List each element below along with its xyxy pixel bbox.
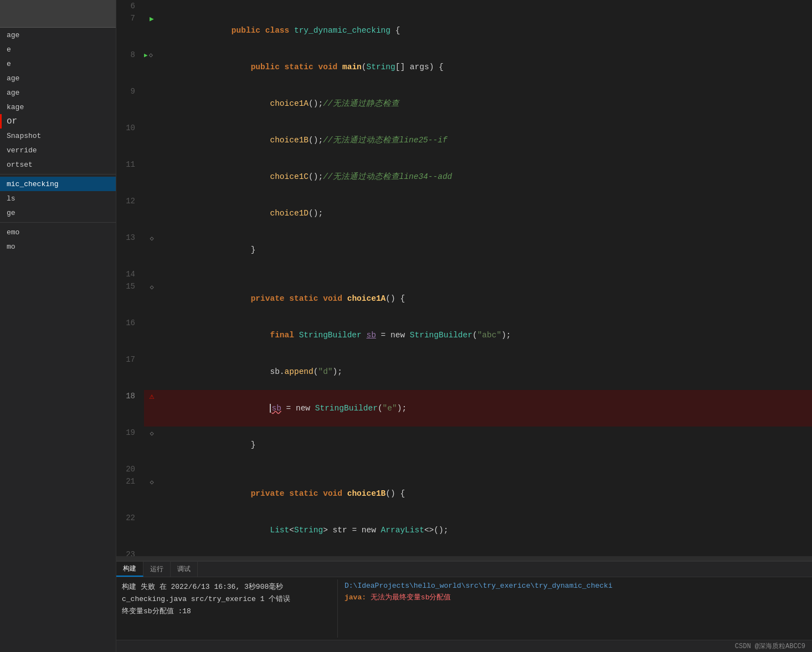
tab-build[interactable]: 构建 bbox=[116, 562, 143, 577]
bottom-tabs: 构建 运行 调试 bbox=[116, 562, 812, 577]
sidebar-item-e1[interactable]: e bbox=[0, 42, 116, 57]
sidebar-label: verride bbox=[7, 146, 37, 155]
sidebar-label: kage bbox=[7, 103, 24, 111]
sidebar-item-verride[interactable]: verride bbox=[0, 143, 116, 157]
line-number: 20 bbox=[116, 463, 144, 475]
line-number: 8 bbox=[116, 49, 144, 85]
gutter-cell bbox=[144, 122, 160, 158]
error-label: java: bbox=[345, 593, 366, 602]
run-icon[interactable]: ▶ bbox=[144, 49, 148, 61]
table-row: 12 choice1D(); bbox=[116, 195, 812, 232]
sidebar-item-mo[interactable]: mo bbox=[0, 239, 116, 254]
sidebar-item-ortset[interactable]: ortset bbox=[0, 157, 116, 172]
gutter-cell bbox=[144, 268, 160, 280]
table-row: 6 bbox=[116, 0, 812, 12]
gutter-cell bbox=[144, 158, 160, 195]
sidebar-item-emo[interactable]: emo bbox=[0, 225, 116, 239]
sidebar-label: or bbox=[7, 116, 17, 126]
sidebar-item-ge[interactable]: ge bbox=[0, 206, 116, 220]
line-number: 21 bbox=[116, 475, 144, 512]
line-number: 15 bbox=[116, 280, 144, 317]
gutter-cell: ◇ bbox=[144, 280, 160, 317]
sidebar-label: e bbox=[7, 60, 11, 68]
diamond-icon: ◇ bbox=[149, 49, 153, 61]
line-number: 13 bbox=[116, 232, 144, 268]
code-content[interactable]: 6 7 ▶ public class try_dynamic_checking … bbox=[116, 0, 812, 556]
sidebar-label: ortset bbox=[7, 161, 33, 169]
gutter-cell bbox=[144, 512, 160, 548]
line-number: 22 bbox=[116, 512, 144, 548]
sidebar-label: age bbox=[7, 74, 19, 83]
sidebar-item-age3[interactable]: age bbox=[0, 85, 116, 100]
gutter-cell bbox=[144, 353, 160, 390]
sidebar-item-ls[interactable]: ls bbox=[0, 191, 116, 206]
editor-area: 6 7 ▶ public class try_dynamic_checking … bbox=[116, 0, 812, 652]
code-cell: public static void main(String[] args) { bbox=[160, 49, 812, 85]
code-cell: str.add("HIT"); bbox=[160, 548, 812, 556]
tab-label: 构建 bbox=[123, 564, 136, 573]
code-cell: choice1D(); bbox=[160, 195, 812, 232]
tab-debug[interactable]: 调试 bbox=[171, 562, 198, 577]
sidebar-item-snapshot[interactable]: Snapshot bbox=[0, 129, 116, 143]
sidebar: age e e age age kage or Snapshot verride… bbox=[0, 0, 116, 652]
file-error-text: c_checking.java src/try_exerice 1 个错误 bbox=[122, 594, 332, 604]
horizontal-scrollbar[interactable] bbox=[116, 556, 812, 561]
code-cell: public class try_dynamic_checking { bbox=[160, 12, 812, 49]
bottom-content: 构建 失败 在 2022/6/13 16:36, 3秒908毫秒 c_check… bbox=[116, 577, 812, 640]
gutter-cell[interactable]: ▶ ◇ bbox=[144, 49, 160, 61]
table-row: 15 ◇ private static void choice1A() { bbox=[116, 280, 812, 317]
sidebar-label: Snapshot bbox=[7, 132, 41, 140]
sidebar-label: ge bbox=[7, 209, 16, 217]
sidebar-item-age2[interactable]: age bbox=[0, 71, 116, 85]
code-cell: final StringBuilder sb = new StringBuild… bbox=[160, 317, 812, 353]
gutter-cell bbox=[144, 85, 160, 122]
line-number: 12 bbox=[116, 195, 144, 232]
gutter-cell bbox=[144, 463, 160, 475]
gutter-cell: ◇ bbox=[144, 232, 160, 268]
gutter-cell bbox=[144, 548, 160, 556]
bottom-right-panel: D:\IdeaProjects\hello_world\src\try_exer… bbox=[338, 579, 812, 638]
table-row: 23 str.add("HIT"); bbox=[116, 548, 812, 556]
code-cell: private static void choice1B() { bbox=[160, 475, 812, 512]
bottom-panel: 构建 运行 调试 构建 失败 在 2022/6/13 16:36, 3秒908毫… bbox=[116, 561, 812, 652]
table-row: 8 ▶ ◇ public static void main(String[] a… bbox=[116, 49, 812, 85]
sidebar-item-kage[interactable]: kage bbox=[0, 100, 116, 114]
table-row: 11 choice1C();//无法通过动态检查line34--add bbox=[116, 158, 812, 195]
code-cell: sb = new StringBuilder("e"); bbox=[160, 390, 812, 427]
table-row: 20 bbox=[116, 463, 812, 475]
gutter-cell: ◇ bbox=[144, 475, 160, 512]
table-row: 21 ◇ private static void choice1B() { bbox=[116, 475, 812, 512]
tab-label: 运行 bbox=[150, 564, 163, 574]
tab-label: 调试 bbox=[177, 564, 191, 574]
gutter-cell: ⚠ bbox=[144, 390, 160, 427]
sidebar-label: age bbox=[7, 89, 19, 97]
error-text: 无法为最终变量sb分配值 bbox=[371, 593, 451, 602]
path-link[interactable]: D:\IdeaProjects\hello_world\src\try_exer… bbox=[345, 582, 805, 590]
sidebar-item-mic-checking[interactable]: mic_checking bbox=[0, 177, 116, 191]
line-number: 14 bbox=[116, 268, 144, 280]
sidebar-label: mic_checking bbox=[7, 180, 59, 188]
line-number: 11 bbox=[116, 158, 144, 195]
sidebar-label: mo bbox=[7, 243, 16, 251]
sidebar-item-or[interactable]: or bbox=[0, 114, 116, 129]
footer-credit: CSDN @深海质粒ABCC9 bbox=[735, 641, 805, 651]
main-area: age e e age age kage or Snapshot verride… bbox=[0, 0, 812, 652]
sidebar-top bbox=[0, 0, 116, 28]
tab-run[interactable]: 运行 bbox=[143, 562, 171, 577]
gutter-cell: ◇ bbox=[144, 427, 160, 463]
table-row: 18 ⚠ sb = new StringBuilder("e"); bbox=[116, 390, 812, 427]
line-number: 7 bbox=[116, 12, 144, 49]
run-icon[interactable]: ▶ bbox=[150, 15, 154, 23]
sidebar-item-e2[interactable]: e bbox=[0, 57, 116, 71]
table-row: 13 ◇ } bbox=[116, 232, 812, 268]
sidebar-label: ls bbox=[7, 194, 16, 203]
line-number: 23 bbox=[116, 548, 144, 556]
sidebar-item-age1[interactable]: age bbox=[0, 28, 116, 42]
line-number: 19 bbox=[116, 427, 144, 463]
code-cell: choice1C();//无法通过动态检查line34--add bbox=[160, 158, 812, 195]
code-cell: } bbox=[160, 232, 812, 268]
gutter-cell bbox=[144, 195, 160, 232]
code-cell: sb.append("d"); bbox=[160, 353, 812, 390]
code-cell bbox=[160, 463, 812, 475]
gutter-cell[interactable]: ▶ bbox=[144, 12, 160, 49]
